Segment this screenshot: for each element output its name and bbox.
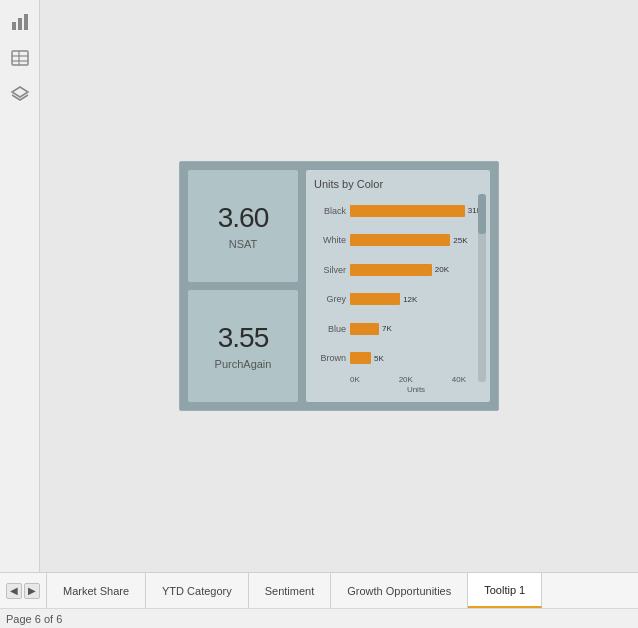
prev-page-button[interactable]: ◀ bbox=[6, 583, 22, 599]
bar-fill bbox=[350, 205, 465, 217]
nsat-label: NSAT bbox=[229, 238, 258, 250]
bar-fill bbox=[350, 323, 379, 335]
purchagain-label: PurchAgain bbox=[215, 358, 272, 370]
x-label-40k: 40K bbox=[452, 375, 466, 384]
tab-bar: ◀ ▶ Market ShareYTD CategorySentimentGro… bbox=[0, 572, 638, 608]
page-indicator: Page 6 of 6 bbox=[6, 613, 62, 625]
svg-rect-3 bbox=[12, 51, 28, 65]
chart-panel: Units by Color Black31KWhite25KSilver20K… bbox=[306, 170, 490, 402]
tab-market-share[interactable]: Market Share bbox=[47, 573, 146, 608]
x-label-20k: 20K bbox=[399, 375, 413, 384]
bar-value: 5K bbox=[374, 354, 384, 363]
bar-label: White bbox=[314, 235, 346, 245]
canvas-area: 3.60 NSAT 3.55 PurchAgain Units by Color… bbox=[40, 0, 638, 572]
bar-value: 7K bbox=[382, 324, 392, 333]
bar-container: 7K bbox=[350, 323, 482, 335]
bar-chart-icon[interactable] bbox=[6, 8, 34, 36]
bar-row: White25K bbox=[314, 231, 482, 249]
purchagain-card: 3.55 PurchAgain bbox=[188, 290, 298, 402]
bar-container: 20K bbox=[350, 264, 482, 276]
tab-navigation: ◀ ▶ bbox=[0, 573, 47, 608]
bar-label: Silver bbox=[314, 265, 346, 275]
bar-row: Blue7K bbox=[314, 320, 482, 338]
bar-row: Silver20K bbox=[314, 261, 482, 279]
x-axis-title: Units bbox=[314, 385, 482, 394]
layers-icon[interactable] bbox=[6, 80, 34, 108]
main-area: 3.60 NSAT 3.55 PurchAgain Units by Color… bbox=[0, 0, 638, 572]
bar-container: 25K bbox=[350, 234, 482, 246]
chart-title: Units by Color bbox=[314, 178, 482, 190]
next-page-button[interactable]: ▶ bbox=[24, 583, 40, 599]
svg-rect-2 bbox=[24, 14, 28, 30]
bottom-bar: ◀ ▶ Market ShareYTD CategorySentimentGro… bbox=[0, 572, 638, 628]
metrics-column: 3.60 NSAT 3.55 PurchAgain bbox=[188, 170, 298, 402]
bar-container: 12K bbox=[350, 293, 482, 305]
bar-row: Brown5K bbox=[314, 349, 482, 367]
bar-label: Brown bbox=[314, 353, 346, 363]
x-label-0k: 0K bbox=[350, 375, 360, 384]
bar-value: 12K bbox=[403, 295, 417, 304]
tabs-container: Market ShareYTD CategorySentimentGrowth … bbox=[47, 573, 638, 608]
dashboard-card: 3.60 NSAT 3.55 PurchAgain Units by Color… bbox=[179, 161, 499, 411]
bar-label: Grey bbox=[314, 294, 346, 304]
x-axis: 0K 20K 40K bbox=[314, 375, 482, 384]
bar-row: Black31K bbox=[314, 202, 482, 220]
sidebar bbox=[0, 0, 40, 572]
bar-row: Grey12K bbox=[314, 290, 482, 308]
bar-fill bbox=[350, 234, 450, 246]
tab-sentiment[interactable]: Sentiment bbox=[249, 573, 332, 608]
chart-area: Black31KWhite25KSilver20KGrey12KBlue7KBr… bbox=[314, 196, 482, 373]
scrollbar-track[interactable] bbox=[478, 194, 486, 382]
tab-growth-opportunities[interactable]: Growth Opportunities bbox=[331, 573, 468, 608]
svg-rect-1 bbox=[18, 18, 22, 30]
bar-label: Blue bbox=[314, 324, 346, 334]
bar-value: 25K bbox=[453, 236, 467, 245]
nsat-card: 3.60 NSAT bbox=[188, 170, 298, 282]
bar-fill bbox=[350, 352, 371, 364]
bar-fill bbox=[350, 264, 432, 276]
scrollbar-thumb[interactable] bbox=[478, 194, 486, 234]
tab-ytd-category[interactable]: YTD Category bbox=[146, 573, 249, 608]
bar-fill bbox=[350, 293, 400, 305]
bar-label: Black bbox=[314, 206, 346, 216]
table-icon[interactable] bbox=[6, 44, 34, 72]
bar-value: 20K bbox=[435, 265, 449, 274]
bar-container: 5K bbox=[350, 352, 482, 364]
svg-marker-7 bbox=[12, 87, 28, 97]
purchagain-value: 3.55 bbox=[218, 322, 269, 354]
nsat-value: 3.60 bbox=[218, 202, 269, 234]
bar-container: 31K bbox=[350, 205, 482, 217]
status-bar: Page 6 of 6 bbox=[0, 608, 638, 628]
svg-rect-0 bbox=[12, 22, 16, 30]
tab-tooltip-1[interactable]: Tooltip 1 bbox=[468, 573, 542, 608]
